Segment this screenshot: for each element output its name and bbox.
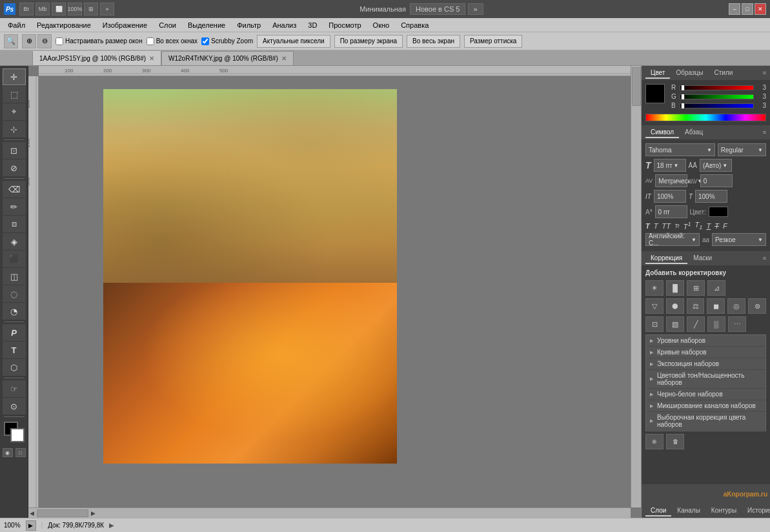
actual-pixels-btn[interactable]: Актуальные пиксели [257,35,330,48]
fill-screen-btn[interactable]: Во весь экран [407,35,460,48]
background-color[interactable] [10,428,25,442]
list-item-levels[interactable]: ▶ Уровни наборов [646,335,765,347]
gradient-btn[interactable]: ◫ [3,268,26,285]
tab-file-2[interactable]: W12oR4TrNKY.jpg @ 100% (RGB/8#) ✕ [161,51,294,65]
blue-thumb[interactable] [681,103,685,109]
text-color-swatch[interactable] [709,207,728,217]
menu-window[interactable]: Окно [368,20,395,30]
fit-screen-btn[interactable]: По размеру экрана [334,35,403,48]
clone-btn[interactable]: ⧈ [3,216,26,232]
tab-paragraph[interactable]: Абзац [680,127,708,138]
antialias-dropdown[interactable]: Резкое ▼ [712,233,766,246]
type-tool-btn[interactable]: T [3,342,26,358]
baseline-input[interactable]: 0 пт [655,205,687,218]
curves-icon-btn[interactable]: ⊞ [687,280,705,296]
healing-btn[interactable]: ⌫ [3,181,26,198]
red-thumb[interactable] [681,85,685,91]
color-panel-menu[interactable]: ≡ [763,70,766,76]
font-style-dropdown[interactable]: Regular ▼ [718,143,766,156]
corr-panel-menu[interactable]: ≡ [763,255,766,261]
vib-icon-btn[interactable]: ▽ [645,298,664,314]
scrollbar-vertical[interactable] [631,66,641,507]
zoom-out-btn[interactable]: ⊖ [37,34,52,48]
new-layer-icon-btn[interactable]: ⊕ [645,434,664,449]
close-tab-1[interactable]: ✕ [149,55,154,62]
history-btn[interactable]: ◈ [3,233,26,250]
font-size-input[interactable]: 18 пт ▼ [654,159,686,172]
bw-icon-btn[interactable]: ⚖ [687,298,705,314]
new-cs5-btn[interactable]: Новое в CS 5 [410,3,465,15]
font-family-dropdown[interactable]: Tahoma ▼ [645,143,715,156]
scroll-right-btn[interactable]: ▶ [90,510,97,517]
gradient-map-icon-btn[interactable]: ▒ [707,316,725,332]
blur-btn[interactable]: ◌ [3,285,26,302]
pen-tool-btn[interactable]: P [3,324,26,341]
scroll-thumb-x[interactable] [37,509,88,517]
list-item-channel-mix[interactable]: ▶ Микширование каналов наборов [646,400,765,412]
selective-icon-btn[interactable]: ⋯ [728,316,746,332]
brightness-icon-btn[interactable]: ☀ [645,280,664,296]
scale-h-input[interactable]: 100% [654,190,686,203]
poster-icon-btn[interactable]: ▧ [666,316,684,332]
print-size-btn[interactable]: Размер оттиска [464,35,522,48]
magic-wand-btn[interactable]: ⊹ [3,121,26,138]
color-spectrum[interactable] [645,114,766,121]
list-item-hue[interactable]: ▶ Цветовой тон/Насыщенность наборов [646,370,765,389]
scroll-left-btn[interactable]: ◀ [28,510,35,517]
hue-icon-btn[interactable]: ⬢ [666,298,684,314]
tab-swatches[interactable]: Образцы [671,68,708,79]
strikethrough-btn[interactable]: T [714,222,719,230]
colorbal-icon-btn[interactable]: ◼ [707,298,725,314]
smallcaps-btn[interactable]: Tr [674,223,680,229]
green-thumb[interactable] [681,94,685,100]
tab-layers[interactable]: Слои [645,506,671,517]
tab-file-1[interactable]: 1AAorJPS15Y.jpg @ 100% (RGB/8#) ✕ [32,51,161,65]
marquee-tool-btn[interactable]: ⬚ [3,86,26,103]
eyedropper-btn[interactable]: ⊘ [3,159,26,176]
zoom-select[interactable]: 100% [68,3,82,15]
tab-channels[interactable]: Каналы [672,506,705,517]
tab-symbol[interactable]: Символ [645,127,679,138]
color-boxes[interactable] [4,422,25,442]
delete-layer-icon-btn[interactable]: 🗑 [666,434,684,449]
green-track[interactable] [680,94,754,99]
win-maximize-btn[interactable]: □ [742,3,753,15]
scale-v-input[interactable]: 100% [695,190,727,203]
expand-btn[interactable]: » [468,3,483,15]
win-close-btn[interactable]: ✕ [755,3,766,15]
frac-btn[interactable]: F [723,222,727,230]
blue-track[interactable] [680,103,754,108]
list-item-curves[interactable]: ▶ Кривые наборов [646,347,765,358]
color-preview[interactable] [645,84,665,103]
menu-analysis[interactable]: Анализ [267,20,301,30]
red-track[interactable] [680,85,754,90]
menu-filter[interactable]: Фильтр [232,20,266,30]
tab-masks[interactable]: Маски [688,253,717,264]
italic-btn[interactable]: T [654,222,658,230]
menu-layers[interactable]: Слои [154,20,181,30]
language-dropdown[interactable]: Английский: С... ▼ [645,233,700,246]
status-arrow-btn[interactable]: ▶ [109,522,114,529]
channel-icon-btn[interactable]: ⊚ [748,298,766,314]
kerning-input[interactable]: 0 [700,174,733,187]
tab-color[interactable]: Цвет [645,68,670,79]
scrollbar-horizontal[interactable]: ◀ ▶ [28,507,631,518]
thresh-icon-btn[interactable]: ╱ [687,316,705,332]
resize-windows-check[interactable] [56,37,63,45]
minibrige-icon[interactable]: Mb [35,3,50,15]
menu-image[interactable]: Изображение [97,20,152,30]
leading-input[interactable]: (Авто) ▼ [700,159,732,172]
menu-3d[interactable]: 3D [303,20,322,30]
zoom-btn[interactable]: ▶ [26,520,36,531]
menu-file[interactable]: Файл [3,20,30,30]
hand-tool-btn[interactable]: ☞ [3,380,26,397]
photo-icon-btn[interactable]: ◎ [727,298,745,314]
tab-paths[interactable]: Контуры [706,506,742,517]
allcaps-btn[interactable]: TT [662,222,670,230]
brush-btn[interactable]: ✏ [3,198,26,215]
close-tab-2[interactable]: ✕ [281,55,287,62]
zoom-in-btn[interactable]: ⊕ [22,34,36,48]
tracking-input[interactable]: Метрическ... ▼ [655,174,687,187]
win-minimize-btn[interactable]: – [729,3,740,15]
shape-tool-btn[interactable]: ⬡ [3,359,26,376]
